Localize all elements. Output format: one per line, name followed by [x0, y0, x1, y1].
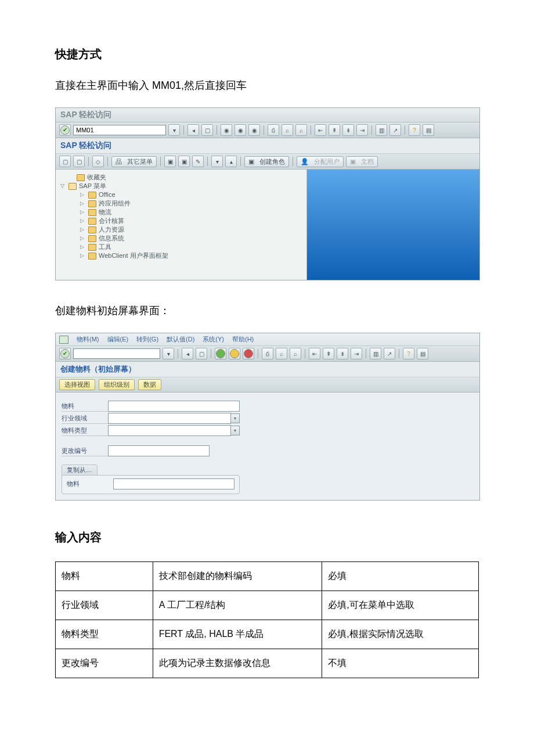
tb-icon-4[interactable]: ▣: [164, 156, 176, 167]
menu-system[interactable]: 系统(Y): [203, 335, 224, 344]
dropdown-icon[interactable]: ▾: [163, 348, 174, 359]
dropdown-industry-icon[interactable]: ▾: [230, 413, 240, 423]
menu-material[interactable]: 物料(M): [77, 335, 99, 344]
shortcut-icon[interactable]: ↗: [384, 348, 395, 359]
create-material-screenshot: 物料(M) 编辑(E) 转到(G) 默认值(D) 系统(Y) 帮助(H) ✔ ▾…: [55, 333, 480, 501]
cell-value: 此项为记录主数据修改信息: [153, 649, 322, 678]
label-material: 物料: [62, 401, 108, 412]
layout-icon[interactable]: ▤: [423, 124, 434, 136]
nav-red-icon[interactable]: [243, 348, 254, 359]
tb-down-icon[interactable]: ▾: [211, 156, 223, 167]
print-icon[interactable]: ⎙: [268, 124, 279, 136]
back-icon[interactable]: ◂: [182, 348, 193, 359]
label-material-type: 物料类型: [62, 426, 108, 436]
print-icon[interactable]: ⎙: [262, 348, 273, 359]
navigation-tree[interactable]: 收藏夹 ▽ SAP 菜单 ▷Office ▷跨应用组件 ▷物流 ▷会计核算 ▷人…: [56, 170, 307, 280]
other-menu-button[interactable]: 品 其它菜单: [111, 156, 157, 167]
nav-yellow-icon[interactable]: [229, 348, 240, 359]
transaction-code-input[interactable]: [73, 125, 166, 135]
tree-item[interactable]: ▷工具: [60, 243, 302, 251]
app-toolbar: ▢ ▢ ◇ 品 其它菜单 ▣ ▣ ✎ ▾ ▴ ▣ 创建角色 👤 分配用户 ▣ 文…: [56, 154, 479, 170]
menu-goto[interactable]: 转到(G): [136, 335, 158, 344]
new-session-icon[interactable]: ▥: [376, 124, 387, 136]
prev-page-icon[interactable]: ⇞: [323, 348, 334, 359]
next-page-icon[interactable]: ⇟: [337, 348, 348, 359]
create-role-button[interactable]: ▣ 创建角色: [244, 156, 289, 167]
menu-defaults[interactable]: 默认值(D): [167, 335, 194, 344]
input-material[interactable]: [108, 401, 240, 412]
app-toolbar: 选择视图 组织级别 数据: [56, 377, 479, 393]
first-page-icon[interactable]: ⇤: [309, 348, 320, 359]
find-next-icon[interactable]: ⌕: [295, 124, 307, 136]
help-icon[interactable]: ?: [403, 348, 414, 359]
org-level-button[interactable]: 组织级别: [99, 379, 135, 390]
dropdown-material-type-icon[interactable]: ▾: [230, 426, 240, 435]
tb-icon-1[interactable]: ▢: [59, 156, 71, 167]
sap-easy-access-screenshot: SAP 轻松访问 ✔ ▾ ◂ ▢ ◉ ◉ ◉ ⎙ ⌕ ⌕ ⇤ ⇞ ⇟ ⇥ ▥ ↗…: [55, 107, 480, 280]
help-icon[interactable]: ?: [409, 124, 420, 136]
back-icon[interactable]: ◂: [187, 124, 199, 136]
find-icon[interactable]: ⌕: [282, 124, 293, 136]
first-page-icon[interactable]: ⇤: [315, 124, 326, 136]
tree-item[interactable]: ▷物流: [60, 208, 302, 217]
group-copy-from: 复制从…: [62, 465, 98, 475]
app-title: SAP 轻松访问: [56, 138, 479, 154]
find-next-icon[interactable]: ⌕: [290, 348, 301, 359]
next-page-icon[interactable]: ⇟: [342, 124, 354, 136]
menu-edit[interactable]: 编辑(E): [107, 335, 129, 344]
input-copy-material[interactable]: [113, 478, 234, 489]
input-industry[interactable]: [108, 413, 231, 424]
exit-icon[interactable]: ◉: [221, 124, 232, 136]
tree-label: 人力资源: [99, 225, 124, 234]
data-button[interactable]: 数据: [138, 379, 161, 390]
tb-icon-2[interactable]: ▢: [73, 156, 85, 167]
cell-value: FERT 成品, HALB 半成品: [153, 620, 322, 649]
system-menu-icon[interactable]: [59, 336, 68, 344]
tree-item[interactable]: ▷Office: [60, 190, 302, 199]
label-copy-material: 物料: [67, 479, 113, 489]
shortcut-icon[interactable]: ↗: [389, 124, 401, 136]
cancel-icon[interactable]: ◉: [234, 124, 246, 136]
tree-label: 跨应用组件: [99, 199, 131, 208]
new-session-icon[interactable]: ▥: [370, 348, 381, 359]
last-page-icon[interactable]: ⇥: [351, 348, 362, 359]
cancel2-icon[interactable]: ◉: [248, 124, 260, 136]
enter-button[interactable]: ✔: [59, 124, 71, 136]
tree-item[interactable]: ▷WebClient 用户界面框架: [60, 251, 302, 260]
tree-label: Office: [99, 190, 116, 199]
last-page-icon[interactable]: ⇥: [356, 124, 368, 136]
layout-icon[interactable]: ▤: [417, 348, 428, 359]
tb-icon-3[interactable]: ◇: [92, 156, 104, 167]
doc-button[interactable]: ▣ 文档: [346, 156, 378, 167]
dropdown-icon[interactable]: ▾: [168, 124, 180, 136]
prev-page-icon[interactable]: ⇞: [329, 124, 340, 136]
tree-label: SAP 菜单: [79, 182, 106, 190]
tree-sap-menu[interactable]: ▽ SAP 菜单: [60, 182, 302, 190]
tree-item[interactable]: ▷信息系统: [60, 234, 302, 243]
initial-form: 物料 行业领域 ▾ 物料类型 ▾ 更改编号 复制从… 物料: [56, 393, 246, 500]
input-material-type[interactable]: [108, 425, 231, 436]
transaction-code-input[interactable]: [73, 348, 160, 359]
assign-user-button[interactable]: 👤 分配用户: [297, 156, 344, 167]
save-icon[interactable]: ▢: [201, 124, 213, 136]
heading-input-content: 输入内容: [55, 530, 479, 545]
find-icon[interactable]: ⌕: [276, 348, 287, 359]
tb-icon-5[interactable]: ▣: [178, 156, 190, 167]
nav-green-icon[interactable]: [215, 348, 226, 359]
screen-title: 创建物料（初始屏幕）: [56, 362, 479, 377]
menu-help[interactable]: 帮助(H): [232, 335, 254, 344]
tree-favorites[interactable]: 收藏夹: [60, 173, 302, 182]
shortcut-description: 直接在主界面中输入 MM01,然后直接回车: [55, 78, 479, 92]
enter-button[interactable]: ✔: [59, 348, 71, 359]
command-bar: ✔ ▾ ◂ ▢ ◉ ◉ ◉ ⎙ ⌕ ⌕ ⇤ ⇞ ⇟ ⇥ ▥ ↗ ? ▤: [56, 123, 479, 138]
tree-item[interactable]: ▷跨应用组件: [60, 199, 302, 208]
tree-item[interactable]: ▷会计核算: [60, 217, 302, 225]
input-change-no[interactable]: [108, 445, 210, 456]
tb-up-icon[interactable]: ▴: [225, 156, 237, 167]
tb-icon-6[interactable]: ✎: [192, 156, 204, 167]
tree-item[interactable]: ▷人力资源: [60, 225, 302, 234]
save-icon[interactable]: ▢: [196, 348, 207, 359]
label-change-no: 更改编号: [62, 446, 108, 456]
select-view-button[interactable]: 选择视图: [59, 379, 95, 390]
table-row: 物料类型 FERT 成品, HALB 半成品 必填,根据实际情况选取: [56, 620, 479, 649]
